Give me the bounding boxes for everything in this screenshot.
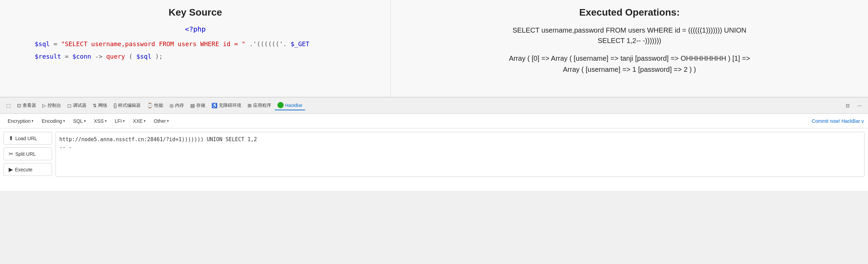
style-editor-icon: {} (114, 103, 117, 108)
other-label: Other (154, 118, 166, 124)
execute-button[interactable]: ▶ Execute (3, 163, 52, 176)
cursor-icon: ⬚ (6, 103, 11, 108)
memory-icon: ◎ (169, 103, 174, 108)
hackbar-tab-label: HackBar (285, 103, 302, 108)
devtools-accessibility[interactable]: ♿ 无障碍环境 (209, 101, 244, 110)
hackbar-url-input[interactable] (56, 132, 865, 177)
hackbar-toolbar: Encryption ▾ Encoding ▾ SQL ▾ XSS ▾ LFI … (0, 114, 868, 128)
executed-array: Array ( [0] => Array ( [username] => tan… (412, 53, 847, 75)
debugger-label: 调试器 (73, 102, 86, 109)
encoding-label: Encoding (42, 118, 62, 124)
xss-label: XSS (94, 118, 104, 124)
devtools-cursor[interactable]: ⬚ (3, 101, 14, 110)
devtools-style-editor[interactable]: {} 样式编辑器 (111, 101, 143, 110)
encryption-label: Encryption (8, 118, 31, 124)
console-icon: ▷ (42, 103, 46, 108)
php-tag: <?php (14, 25, 377, 33)
xxe-dropdown[interactable]: XXE ▾ (130, 117, 149, 125)
load-url-button[interactable]: ⬆ Load URL (3, 132, 52, 145)
var-conn: $conn (72, 53, 91, 60)
devtools-memory[interactable]: ◎ 内存 (167, 101, 187, 110)
encoding-arrow: ▾ (63, 119, 65, 123)
devtools-storage[interactable]: ▤ 存储 (187, 101, 208, 110)
code-line-1: $sql = "SELECT username,password FROM us… (14, 40, 377, 48)
other-arrow: ▾ (167, 119, 169, 123)
xss-arrow: ▾ (105, 119, 107, 123)
devtools-app-programs[interactable]: ⊞ 应用程序 (245, 101, 274, 110)
network-icon: ⇅ (93, 103, 97, 108)
execute-icon: ▶ (9, 166, 13, 173)
split-url-icon: ✂ (9, 151, 13, 157)
devtools-console[interactable]: ▷ 控制台 (40, 101, 64, 110)
xxe-label: XXE (133, 118, 143, 124)
encryption-arrow: ▾ (32, 119, 33, 123)
encryption-dropdown[interactable]: Encryption ▾ (4, 117, 37, 125)
top-section: Key Source <?php $sql = "SELECT username… (0, 0, 868, 97)
sql-arrow: ▾ (84, 119, 86, 123)
other-dropdown[interactable]: Other ▾ (150, 117, 172, 125)
devtools-performance[interactable]: ⌚ 性能 (144, 101, 166, 110)
execute-label: Execute (15, 167, 33, 172)
performance-icon: ⌚ (147, 103, 153, 108)
inspector-icon: ⊡ (17, 103, 21, 108)
executed-sql: SELECT username,password FROM users WHER… (412, 25, 847, 46)
storage-label: 存储 (196, 102, 205, 109)
sql-dropdown[interactable]: SQL ▾ (70, 117, 89, 125)
console-label: 控制台 (48, 102, 61, 109)
str-sql: "SELECT username,password FROM users WHE… (61, 40, 245, 48)
var-get: $_GET (291, 40, 309, 48)
var-result: $result (35, 53, 61, 60)
network-label: 网络 (98, 102, 107, 109)
split-url-button[interactable]: ✂ Split URL (3, 147, 52, 160)
devtools-network[interactable]: ⇅ 网络 (90, 101, 110, 110)
load-url-icon: ⬆ (9, 135, 13, 142)
debugger-icon: ◻ (67, 103, 72, 108)
devtools-debugger[interactable]: ◻ 调试器 (65, 101, 89, 110)
lfi-dropdown[interactable]: LFI ▾ (111, 117, 128, 125)
xxe-arrow: ▾ (144, 119, 145, 123)
devtools-inspector[interactable]: ⊡ 查看器 (14, 101, 39, 110)
sql-label: SQL (73, 118, 83, 124)
func-query: query (106, 53, 125, 60)
split-url-label: Split URL (15, 151, 36, 157)
accessibility-icon: ♿ (211, 103, 217, 108)
key-source-title: Key Source (14, 7, 377, 18)
inspector-label: 查看器 (23, 102, 36, 109)
performance-label: 性能 (154, 102, 163, 109)
more-icon: ⋯ (857, 103, 862, 108)
memory-label: 内存 (175, 102, 184, 109)
key-source-panel: Key Source <?php $sql = "SELECT username… (0, 0, 391, 97)
style-editor-label: 样式编辑器 (118, 102, 141, 109)
xss-dropdown[interactable]: XSS ▾ (91, 117, 110, 125)
devtools-dock-button[interactable]: ⊡ (843, 102, 852, 110)
devtools-bar: ⬚ ⊡ 查看器 ▷ 控制台 ◻ 调试器 ⇅ 网络 {} 样式编辑器 ⌚ 性能 ◎… (0, 97, 868, 114)
hackbar-logo-icon (277, 102, 284, 108)
app-programs-icon: ⊞ (248, 103, 252, 108)
devtools-more-button[interactable]: ⋯ (854, 102, 865, 110)
devtools-hackbar[interactable]: HackBar (275, 101, 305, 110)
executed-ops-panel: Executed Operations: SELECT username,pas… (391, 0, 868, 97)
executed-ops-title: Executed Operations: (412, 7, 847, 18)
app-programs-label: 应用程序 (253, 102, 271, 109)
lfi-label: LFI (115, 118, 122, 124)
accessibility-label: 无障碍环境 (219, 102, 241, 109)
dock-icon: ⊡ (846, 103, 850, 108)
lfi-arrow: ▾ (123, 119, 125, 123)
hackbar-url-area (56, 132, 865, 187)
var-sql: $sql (35, 40, 50, 48)
encoding-dropdown[interactable]: Encoding ▾ (38, 117, 68, 125)
devtools-end-controls: ⊡ ⋯ (843, 102, 865, 110)
code-line-2: $result = $conn -> query ( $sql ); (14, 53, 377, 60)
commit-now-text[interactable]: Commit now! HackBar v (812, 118, 864, 124)
storage-icon: ▤ (190, 103, 195, 108)
var-sql-2: $sql (136, 53, 151, 60)
hackbar-buttons-panel: ⬆ Load URL ✂ Split URL ▶ Execute (3, 132, 52, 187)
load-url-label: Load URL (15, 136, 37, 141)
hackbar-main: ⬆ Load URL ✂ Split URL ▶ Execute (0, 128, 868, 191)
